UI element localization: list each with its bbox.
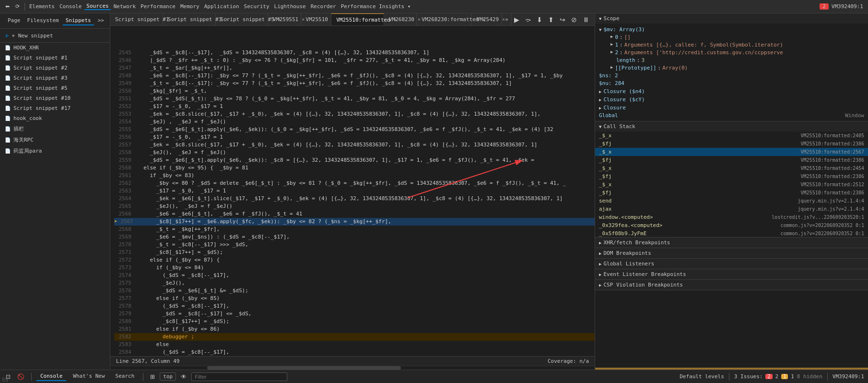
line-number[interactable]: 2571 xyxy=(114,249,137,256)
line-number[interactable]: 2558 xyxy=(114,149,137,156)
editor-tab-snippet3[interactable]: Script snippet #3 × xyxy=(163,13,216,25)
step-out-button[interactable]: ⬆ xyxy=(546,14,556,25)
panel-tab-elements[interactable]: Elements xyxy=(27,3,57,10)
list-item-hgrpc[interactable]: 📄 海关RPC xyxy=(0,134,110,145)
panel-tab-performance-insights[interactable]: Performance Insights ▾ xyxy=(339,3,413,10)
list-item-hook-cook[interactable]: 📄 hook_cook xyxy=(0,113,110,123)
line-number[interactable]: 2568 xyxy=(114,226,137,233)
call-stack-item[interactable]: _$fjVM25510:formatted:2386 xyxy=(595,156,868,164)
filter-input[interactable] xyxy=(191,372,287,381)
scope-section-header[interactable]: ▼ Scope xyxy=(595,13,868,24)
event-listener-header[interactable]: ▶ Event Listener Breakpoints xyxy=(595,269,868,279)
editor-tab-vm268230[interactable]: VM268230 × xyxy=(384,13,417,25)
panel-tab-security[interactable]: Security xyxy=(242,3,271,10)
global-listeners-header[interactable]: ▶ Global Listeners xyxy=(595,259,868,269)
resume-button[interactable]: ▶ xyxy=(512,14,522,25)
default-levels[interactable]: Default levels xyxy=(680,373,724,380)
editor-tab-vm25429[interactable]: VM25429 × xyxy=(472,13,503,25)
line-number[interactable]: 2562 xyxy=(114,180,137,187)
pause-on-exception-button[interactable]: ⏸ xyxy=(580,14,592,25)
line-number[interactable]: 2553 xyxy=(114,110,137,118)
panel-tab-sources[interactable]: Sources xyxy=(84,3,110,10)
list-item-snippet1[interactable]: 📄 Script snippet #1 xyxy=(0,53,110,63)
panel-tab-console[interactable]: Console xyxy=(58,3,83,10)
line-number[interactable]: 2577 xyxy=(114,295,137,302)
line-number[interactable]: 2557 xyxy=(114,141,137,149)
whats-new-tab[interactable]: What's New xyxy=(69,372,108,381)
call-stack-item[interactable]: _$_xVM25510:formatted:2454 xyxy=(595,164,868,172)
panel-tab-application[interactable]: Application xyxy=(202,3,241,10)
list-item-snippet3[interactable]: 📄 Script snippet #3 xyxy=(0,73,110,83)
console-tab[interactable]: Console xyxy=(36,372,66,381)
closure-header[interactable]: ▶ Closure xyxy=(595,104,868,112)
dom-breakpoints-header[interactable]: ▶ DOM Breakpoints xyxy=(595,248,868,258)
call-stack-item[interactable]: _$fjVM25510:formatted:2386 xyxy=(595,172,868,180)
line-number[interactable]: 2580 xyxy=(114,318,137,325)
tab-filesystem[interactable]: Filesystem xyxy=(24,16,62,25)
step-into-button[interactable]: ⬇ xyxy=(534,14,545,25)
list-item-yijianpara[interactable]: 📄 药监局para xyxy=(0,145,110,156)
line-number[interactable]: 2569 xyxy=(114,233,137,241)
editor-tab-snippet5[interactable]: Script snippet #5 × xyxy=(216,13,269,25)
tab-page[interactable]: Page xyxy=(5,16,23,25)
panel-tab-lighthouse[interactable]: Lighthouse xyxy=(272,3,308,10)
search-tab[interactable]: Search xyxy=(112,372,139,381)
closure-cy-header[interactable]: ▶ Closure ($cY) xyxy=(595,96,868,104)
call-stack-item[interactable]: _$_xVM25510:formatted:2567 xyxy=(595,148,868,156)
call-stack-item[interactable]: window.<computed>lostcredit.js?v...22060… xyxy=(595,213,868,221)
line-number[interactable]: 2563 xyxy=(114,187,137,195)
line-number[interactable]: 2548 xyxy=(114,72,137,80)
call-stack-item[interactable]: _$_xVM25510:formatted:2405 xyxy=(595,132,868,140)
list-item-snippet2[interactable]: 📄 Script snippet #2 xyxy=(0,63,110,73)
step-over-button[interactable]: ⤼ xyxy=(523,14,533,25)
line-number[interactable]: 2551 xyxy=(114,95,137,103)
tab-more-button[interactable]: » xyxy=(502,13,512,25)
refresh-button[interactable]: ⟳ xyxy=(13,2,22,11)
tab-snippets[interactable]: Snippets xyxy=(63,16,94,25)
line-number[interactable]: 2564 xyxy=(114,195,137,203)
console-clear-button[interactable]: 🚫 xyxy=(15,372,26,381)
line-number[interactable]: 2583 xyxy=(114,341,137,348)
panel-tab-recorder[interactable]: Recorder xyxy=(309,3,338,10)
line-number[interactable]: 2566 xyxy=(114,210,137,218)
tab-more[interactable]: >> xyxy=(95,16,107,25)
call-stack-item[interactable]: ajaxjquery.min.js?v=2.1.4:4 xyxy=(595,205,868,213)
list-item-snippet17[interactable]: 📄 Script snippet #17 xyxy=(0,103,110,113)
line-number[interactable]: 2570 xyxy=(114,241,137,249)
list-item-hook-xhr[interactable]: 📄 HOOK_XHR xyxy=(0,43,110,53)
xhr-breakpoints-header[interactable]: ▶ XHR/fetch Breakpoints xyxy=(595,238,868,248)
call-stack-header[interactable]: ▼ Call Stack xyxy=(595,121,868,132)
warn-issues-badge[interactable]: 1 xyxy=(781,374,788,379)
line-number[interactable]: 2560 xyxy=(114,164,137,172)
line-number[interactable]: ➤ 2567 xyxy=(114,218,137,226)
right-panel-scroll[interactable]: ▼ Scope ▼ $mv: Array(3) ▶ 0 : [] xyxy=(595,13,868,368)
scope-mv-1[interactable]: ▶ 1 : Arguments [{…}, callee: f, Symbol(… xyxy=(595,41,868,49)
call-stack-item[interactable]: _$fjVM25510:formatted:2386 xyxy=(595,189,868,197)
editor-tab-snippet1[interactable]: Script snippet #1 × xyxy=(110,13,163,25)
error-issues-badge[interactable]: 2 xyxy=(765,374,772,379)
line-number[interactable]: 2578 xyxy=(114,302,137,310)
line-number[interactable]: 2573 xyxy=(114,264,137,272)
back-button[interactable]: ⬅ xyxy=(3,2,12,11)
list-item-snippet10[interactable]: 📄 Script snippet #10 xyxy=(0,93,110,103)
panel-tab-performance[interactable]: Performance xyxy=(139,3,177,10)
code-scroll[interactable]: 2545 _$dS = _$c8[--_$17], _$dS = 1343248… xyxy=(110,26,595,356)
editor-tab-vm25510-formatted[interactable]: VM25510:formatted × xyxy=(331,13,384,25)
scope-mv-2[interactable]: ▶ 2 : Arguments ['http://credit.customs.… xyxy=(595,49,868,57)
line-number[interactable]: 2546 xyxy=(114,57,137,64)
editor-tab-vm259551[interactable]: VM259551 × xyxy=(268,13,301,25)
call-stack-item[interactable]: _$_xVM25510:formatted:2512 xyxy=(595,180,868,189)
csp-violation-header[interactable]: ▶ CSP Violation Breakpoints xyxy=(595,280,868,290)
panel-tab-memory[interactable]: Memory xyxy=(178,3,201,10)
editor-tab-vm25510[interactable]: VM25510 × xyxy=(301,13,332,25)
line-number[interactable]: 2574 xyxy=(114,272,137,279)
eye-button[interactable]: 👁 xyxy=(179,372,188,381)
scope-mv-header[interactable]: ▼ $mv: Array(3) xyxy=(595,25,868,34)
call-stack-item[interactable]: _0x5f08b9.JyFmEcommon.js?v=2022060920352… xyxy=(595,229,868,237)
global-row[interactable]: Global Window xyxy=(595,112,868,119)
panel-tab-network[interactable]: Network xyxy=(112,3,138,10)
list-item-chulan[interactable]: 📄 插栏 xyxy=(0,123,110,134)
list-item-snippet5[interactable]: 📄 Script snippet #5 xyxy=(0,83,110,93)
call-stack-item[interactable]: _0x329fea.<computed>common.js?v=20220609… xyxy=(595,221,868,229)
line-number[interactable]: 2565 xyxy=(114,203,137,210)
